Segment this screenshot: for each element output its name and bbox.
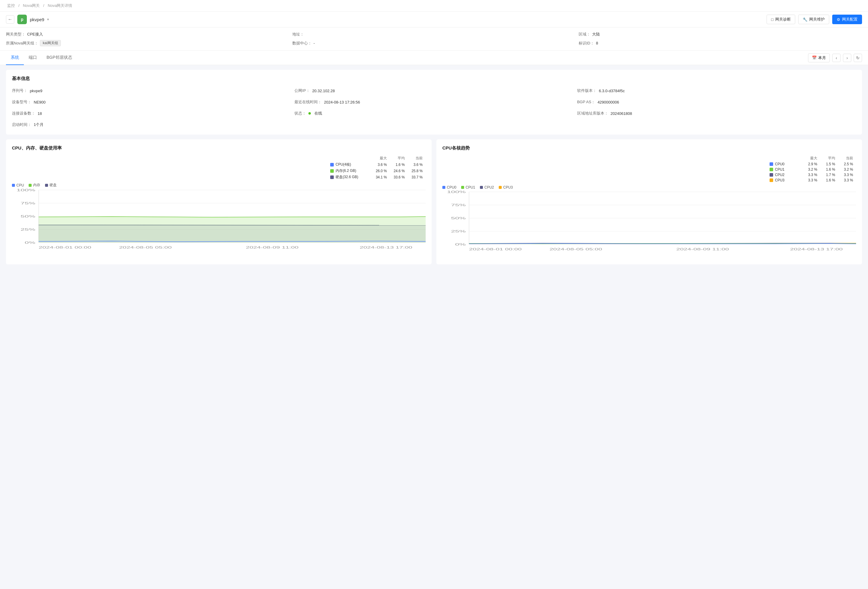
info-region-db: 区域地址库版本： 2024061808 [577, 110, 856, 117]
status-label: 状态： [294, 111, 306, 116]
model-value: NE900 [34, 100, 46, 104]
prev-button[interactable]: ‹ [832, 54, 841, 62]
meta-tag-id: 标识ID： 8 [579, 40, 862, 46]
diagnose-icon: □ [771, 17, 774, 22]
serial-value: pkvpe9 [30, 89, 42, 93]
connected-label: 连接设备数： [12, 111, 35, 116]
svg-text:25%: 25% [21, 228, 35, 231]
svg-text:2024-08-01 00:00: 2024-08-01 00:00 [469, 248, 521, 251]
model-label: 设备型号： [12, 99, 31, 105]
date-picker-button[interactable]: 📅 本月 [808, 53, 830, 62]
charts-row: CPU、内存、硬盘使用率 最大 平均 当前 CPU(4核) 3.6 % 1.6 … [6, 139, 862, 264]
core-chart-area: 100% 75% 50% 25% 0% [442, 192, 856, 258]
public-ip-value: 20.32.102.28 [312, 89, 335, 93]
cpu-inline-label-2: 硬盘 [50, 183, 57, 188]
meta-info-section: 网关类型： CPE接入 地址： 区域： 大陆 所属Nova网关组： kai网关组… [0, 27, 868, 51]
tab-system[interactable]: 系统 [6, 51, 24, 65]
bgp-as-value: 4290000006 [598, 100, 619, 104]
datacenter-label: 数据中心： [292, 41, 312, 46]
diagnose-button[interactable]: □ 网关诊断 [766, 15, 795, 24]
tabs-toolbar: 📅 本月 ‹ › ↻ [808, 53, 862, 62]
nova-group-tag: kai网关组 [40, 40, 61, 46]
calendar-icon: 📅 [812, 55, 817, 60]
tab-port[interactable]: 端口 [24, 51, 42, 65]
tab-bgp[interactable]: BGP邻居状态 [42, 51, 77, 65]
connected-value: 18 [38, 111, 42, 116]
info-software: 软件版本： 6.3.0-d3784f5c [577, 87, 856, 95]
page-header: ← p pkvpe9 ▾ □ 网关诊断 🔧 网关维护 ⚙ 网关配置 [0, 12, 868, 27]
uptime-label: 启动时间： [12, 122, 31, 127]
core-inline-legend: CPU0 CPU1 CPU2 CPU3 [442, 185, 856, 189]
core-legend-row-0: CPU0 2.9 % 1.5 % 2.5 % [769, 162, 853, 166]
cpu-memory-disk-chart: CPU、内存、硬盘使用率 最大 平均 当前 CPU(4核) 3.6 % 1.6 … [6, 139, 432, 264]
diagnose-label: 网关诊断 [775, 17, 791, 22]
svg-text:0%: 0% [25, 241, 35, 244]
address-label: 地址： [292, 32, 304, 37]
software-value: 6.3.0-d3784f5c [599, 89, 625, 93]
core-legend-header-max: 最大 [799, 156, 817, 161]
tag-id-value: 8 [596, 41, 598, 45]
next-button[interactable]: › [843, 54, 851, 62]
info-model: 设备型号： NE900 [12, 98, 291, 106]
svg-text:2024-08-01 00:00: 2024-08-01 00:00 [38, 246, 91, 249]
cpu-inline-label-0: CPU [16, 183, 24, 187]
config-button[interactable]: ⚙ 网关配置 [832, 15, 862, 24]
status-indicator [309, 112, 311, 115]
svg-text:75%: 75% [451, 203, 466, 207]
cpu-legend-row-2: 硬盘(32.6 GB) 34.1 % 33.6 % 33.7 % [330, 175, 423, 180]
svg-text:100%: 100% [16, 188, 35, 192]
tabs: 系统 端口 BGP邻居状态 [6, 51, 77, 65]
meta-nova-group: 所属Nova网关组： kai网关组 [6, 40, 289, 46]
gateway-icon: p [17, 15, 27, 24]
refresh-button[interactable]: ↻ [854, 54, 862, 62]
tag-id-label: 标识ID： [579, 41, 594, 46]
core-inline-label-3: CPU3 [503, 185, 513, 189]
cpu-core-chart: CPU各核趋势 最大 平均 当前 CPU0 2.9 % 1.5 % 2.5 [436, 139, 862, 264]
basic-info-section: 基本信息 序列号： pkvpe9 公网IP： 20.32.102.28 软件版本… [6, 70, 862, 135]
svg-text:2024-08-09 11:00: 2024-08-09 11:00 [246, 246, 298, 249]
header-buttons: □ 网关诊断 🔧 网关维护 ⚙ 网关配置 [766, 15, 862, 24]
info-status: 状态： 在线 [294, 110, 573, 117]
type-value: CPE接入 [27, 32, 43, 37]
region-label: 区域： [579, 32, 590, 37]
cpu-chart-area: 100% 75% 50% 25% 0% [12, 190, 426, 257]
core-legend-row-2: CPU2 3.3 % 1.7 % 3.3 % [769, 173, 853, 177]
svg-text:50%: 50% [451, 216, 466, 220]
svg-text:0%: 0% [455, 243, 466, 246]
region-db-label: 区域地址库版本： [577, 111, 608, 116]
breadcrumb: 监控 / Nova网关 / Nova网关详情 [0, 0, 868, 12]
chevron-down-icon[interactable]: ▾ [47, 17, 49, 21]
maintain-button[interactable]: 🔧 网关维护 [798, 15, 829, 24]
breadcrumb-item-detail: Nova网关详情 [48, 3, 72, 8]
uptime-value: 1个月 [34, 122, 44, 127]
svg-text:2024-08-05 05:00: 2024-08-05 05:00 [549, 248, 602, 251]
cpu-chart-title: CPU、内存、硬盘使用率 [12, 145, 426, 151]
core-legend-row-3: CPU3 3.3 % 1.6 % 3.3 % [769, 178, 853, 182]
svg-text:100%: 100% [447, 190, 466, 194]
info-grid: 序列号： pkvpe9 公网IP： 20.32.102.28 软件版本： 6.3… [12, 87, 856, 129]
info-bgp-as: BGP AS： 4290000006 [577, 98, 856, 106]
cpu-core-chart-title: CPU各核趋势 [442, 145, 856, 151]
core-legend-header-avg: 平均 [817, 156, 835, 161]
main-content: 基本信息 序列号： pkvpe9 公网IP： 20.32.102.28 软件版本… [0, 65, 868, 269]
cpu-legend-row-1: 内存(6.2 GB) 26.0 % 24.6 % 25.8 % [330, 168, 423, 173]
cpu-inline-label-1: 内存 [33, 183, 40, 188]
svg-text:50%: 50% [21, 215, 35, 218]
config-label: 网关配置 [842, 17, 858, 22]
breadcrumb-item-nova[interactable]: Nova网关 [23, 3, 40, 8]
back-button[interactable]: ← [6, 15, 14, 24]
type-label: 网关类型： [6, 32, 25, 37]
cpu-inline-legend: CPU 内存 硬盘 [12, 183, 426, 188]
svg-text:2024-08-05 05:00: 2024-08-05 05:00 [119, 246, 171, 249]
cpu-legend-row-0: CPU(4核) 3.6 % 1.6 % 3.6 % [330, 162, 423, 167]
svg-text:2024-08-13 17:00: 2024-08-13 17:00 [790, 248, 843, 251]
core-inline-label-1: CPU1 [466, 185, 475, 189]
info-public-ip: 公网IP： 20.32.102.28 [294, 87, 573, 95]
last-online-value: 2024-08-13 17:26:56 [324, 100, 360, 104]
svg-text:75%: 75% [21, 201, 35, 205]
gear-icon: ⚙ [837, 17, 840, 22]
breadcrumb-item-monitor[interactable]: 监控 [7, 3, 15, 8]
software-label: 软件版本： [577, 88, 596, 93]
svg-text:2024-08-13 17:00: 2024-08-13 17:00 [360, 246, 412, 249]
info-connected: 连接设备数： 18 [12, 110, 291, 117]
